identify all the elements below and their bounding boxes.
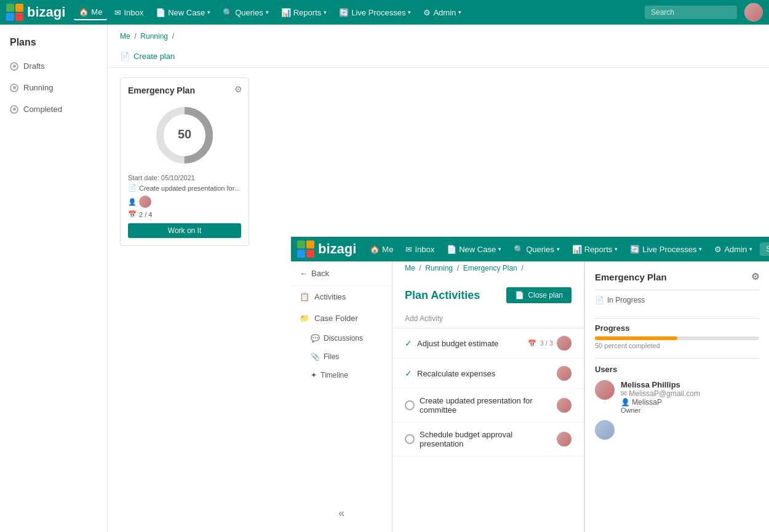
email-icon: ✉ xyxy=(621,389,627,398)
timeline-icon: ✦ xyxy=(311,371,317,379)
plan-task-label: 📄 Create updated presentation for... xyxy=(128,184,241,192)
plan-gear-icon[interactable]: ⚙ xyxy=(234,84,242,94)
plan-card: Emergency Plan ⚙ 50 Start date: 05/10/20… xyxy=(120,77,249,246)
overlay-nav-queries[interactable]: 🔍 Queries ▾ xyxy=(509,242,565,256)
user-email: ✉ MelissaP@gmail.com xyxy=(621,389,700,398)
add-activity-label[interactable]: Add Activity xyxy=(392,309,584,328)
casefolder-icon: 📁 xyxy=(300,314,309,323)
back-button[interactable]: ← Back xyxy=(291,261,392,286)
activity-name: Schedule budget approval presentation xyxy=(420,430,552,448)
overlay-logo[interactable]: bizagi xyxy=(297,240,356,258)
bc-emergency[interactable]: Emergency Plan xyxy=(463,264,517,272)
status-badge: 📄 In Progress xyxy=(595,296,645,304)
collapse-icon: « xyxy=(338,507,345,520)
sidebar-title: Plans xyxy=(0,32,107,55)
breadcrumb-running[interactable]: Running xyxy=(140,32,168,41)
plan-users: 👤 xyxy=(128,196,241,208)
nav-queries[interactable]: 🔍 Queries ▾ xyxy=(218,6,274,20)
chevron-down-icon: ▾ xyxy=(557,246,560,252)
plan-count: 📅 2 / 4 xyxy=(128,210,241,218)
overlay-nav-inbox[interactable]: ✉ Inbox xyxy=(400,242,439,256)
svg-rect-0 xyxy=(6,4,14,12)
left-panel-discussions[interactable]: 💬 Discussions xyxy=(291,329,392,347)
svg-rect-7 xyxy=(297,240,305,248)
user-avatar[interactable] xyxy=(744,3,763,22)
user-username: 👤 MelissaP xyxy=(621,398,700,407)
svg-rect-1 xyxy=(15,4,23,12)
logo[interactable]: bizagi xyxy=(6,4,65,21)
overlay-left-panel: ← Back 📋 Activities 📁 Case Folder 💬 Disc… xyxy=(291,261,392,532)
activity-user-avatar xyxy=(557,336,572,351)
left-panel-timeline[interactable]: ✦ Timeline xyxy=(291,366,392,384)
overlay-nav-reports[interactable]: 📊 Reports ▾ xyxy=(567,242,623,256)
search-input[interactable] xyxy=(645,6,737,19)
bizagi-logo-icon xyxy=(6,4,23,21)
chevron-down-icon: ▾ xyxy=(699,246,702,252)
chevron-down-icon: ▾ xyxy=(408,9,411,15)
search-icon: 🔍 xyxy=(223,8,233,17)
top-nav: bizagi 🏠 Me ✉ Inbox 📄 New Case ▾ 🔍 Queri… xyxy=(0,0,769,25)
check-icon: ✓ xyxy=(405,368,412,378)
left-panel-case-folder[interactable]: 📁 Case Folder xyxy=(291,308,392,329)
left-panel-activities[interactable]: 📋 Activities xyxy=(291,286,392,308)
overlay-search-input[interactable] xyxy=(760,242,769,256)
chevron-down-icon: ▾ xyxy=(749,246,752,252)
activity-user-avatar xyxy=(557,432,572,447)
work-on-it-button[interactable]: Work on It xyxy=(128,223,241,238)
activity-item: Schedule budget approval presentation xyxy=(392,423,584,456)
activity-item: ✓ Adjust budget estimate 📅 3 / 3 xyxy=(392,328,584,359)
nav-live-processes[interactable]: 🔄 Live Processes ▾ xyxy=(334,6,416,20)
bc-me[interactable]: Me xyxy=(405,264,415,272)
left-sidebar: Plans Drafts Running Completed xyxy=(0,25,108,532)
progress-donut: 50 xyxy=(128,101,241,169)
newcase-icon: 📄 xyxy=(156,8,165,17)
overlay-logo-icon xyxy=(297,240,314,258)
activity-name: Adjust budget estimate xyxy=(417,339,523,348)
right-panel-gear-icon[interactable]: ⚙ xyxy=(751,271,759,282)
overlay-nav-live[interactable]: 🔄 Live Processes ▾ xyxy=(625,242,707,256)
nav-reports[interactable]: 📊 Reports ▾ xyxy=(276,6,332,20)
activity-circle-icon xyxy=(405,434,415,444)
nav-me[interactable]: 🏠 Me xyxy=(74,5,107,20)
breadcrumb-me[interactable]: Me xyxy=(120,32,130,41)
document-icon: 📄 xyxy=(595,296,604,304)
activity-item: ✓ Recalculate expenses xyxy=(392,359,584,389)
left-panel-files[interactable]: 📎 Files xyxy=(291,347,392,366)
user-name: Melissa Phillips xyxy=(621,380,700,389)
create-plan-button[interactable]: 📄 Create plan xyxy=(120,52,175,61)
chevron-down-icon: ▾ xyxy=(266,9,269,15)
discussions-icon: 💬 xyxy=(311,334,320,343)
nav-admin[interactable]: ⚙ Admin ▾ xyxy=(418,6,466,20)
running-dot xyxy=(10,84,18,92)
activity-meta xyxy=(557,398,572,413)
svg-rect-3 xyxy=(15,13,23,21)
progress-bar-fill xyxy=(595,336,677,340)
progress-percent-text: 50 percent completed xyxy=(595,342,759,349)
chevron-down-icon: ▾ xyxy=(207,9,210,15)
files-icon: 📎 xyxy=(311,352,320,361)
users-section: Users Melissa Phillips ✉ MelissaP@gmail.… xyxy=(595,365,759,440)
close-plan-button[interactable]: 📄 Close plan xyxy=(506,287,572,303)
svg-rect-2 xyxy=(6,13,14,21)
activity-meta: 📅 3 / 3 xyxy=(528,336,572,351)
overlay-nav-admin[interactable]: ⚙ Admin ▾ xyxy=(709,242,757,256)
progress-section: Progress 50 percent completed xyxy=(595,324,759,349)
chevron-down-icon: ▾ xyxy=(615,246,618,252)
overlay-nav-new-case[interactable]: 📄 New Case ▾ xyxy=(442,242,506,256)
plus-icon: 📄 xyxy=(120,52,130,61)
inbox-icon: ✉ xyxy=(405,245,412,254)
sidebar-item-running[interactable]: Running xyxy=(0,77,107,98)
check-icon: ✓ xyxy=(405,338,412,348)
back-arrow-icon: ← xyxy=(300,269,308,278)
overlay-nav-me[interactable]: 🏠 Me xyxy=(365,242,398,256)
svg-rect-8 xyxy=(306,240,314,248)
collapse-panel-button[interactable]: « xyxy=(291,507,392,520)
sidebar-item-completed[interactable]: Completed xyxy=(0,98,107,120)
activity-item: Create updated presentation for committe… xyxy=(392,389,584,423)
nav-new-case[interactable]: 📄 New Case ▾ xyxy=(151,6,215,20)
sidebar-item-drafts[interactable]: Drafts xyxy=(0,55,107,77)
activity-meta xyxy=(557,432,572,447)
activity-user-avatar xyxy=(557,366,572,381)
bc-running[interactable]: Running xyxy=(425,264,453,272)
nav-inbox[interactable]: ✉ Inbox xyxy=(110,6,148,20)
